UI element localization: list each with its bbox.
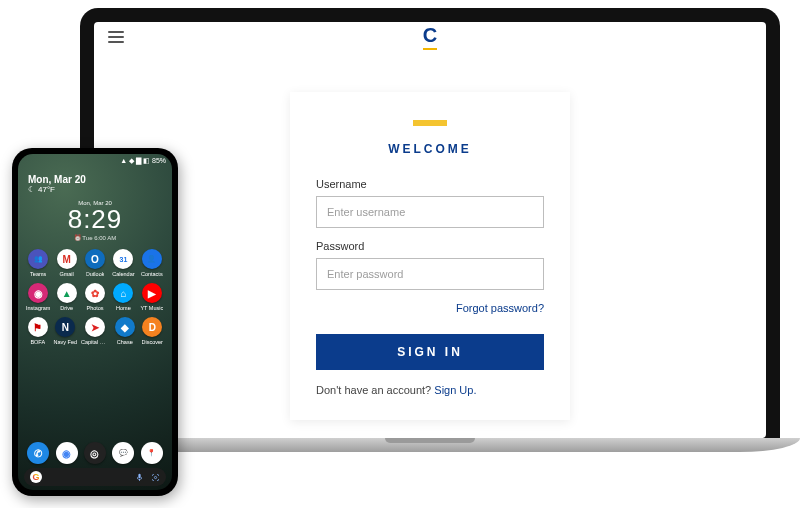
moon-icon: ☾ bbox=[28, 185, 35, 194]
app-discover[interactable]: DDiscover bbox=[141, 317, 164, 345]
app-outlook[interactable]: OOutlook bbox=[83, 249, 107, 277]
app-icon[interactable]: ✆ bbox=[27, 442, 49, 464]
temp-value: 47°F bbox=[38, 185, 55, 194]
app-icon[interactable]: ✿ bbox=[85, 283, 105, 303]
app-icon[interactable]: M bbox=[57, 249, 77, 269]
app-label: Chase bbox=[117, 339, 133, 345]
app-label: Drive bbox=[60, 305, 73, 311]
app-icon[interactable]: N bbox=[55, 317, 75, 337]
username-label: Username bbox=[316, 178, 544, 190]
app-icon[interactable]: 📍 bbox=[141, 442, 163, 464]
app-drive[interactable]: ▲Drive bbox=[54, 283, 78, 311]
password-label: Password bbox=[316, 240, 544, 252]
app-icon[interactable]: ◉ bbox=[56, 442, 78, 464]
status-icons: ▲ ◆ ▇ ◧ 85% bbox=[120, 157, 166, 165]
login-card: WELCOME Username Password Forgot passwor… bbox=[290, 92, 570, 420]
app-label: Calendar bbox=[112, 271, 134, 277]
app-icon[interactable]: 31 bbox=[113, 249, 133, 269]
app-label: Gmail bbox=[59, 271, 73, 277]
phone-screen: ▲ ◆ ▇ ◧ 85% Mon, Mar 20 ☾ 47°F Mon, Mar … bbox=[18, 154, 172, 490]
signup-row: Don't have an account? Sign Up. bbox=[316, 384, 544, 396]
app-icon[interactable]: O bbox=[85, 249, 105, 269]
mic-icon[interactable] bbox=[134, 472, 144, 482]
dock-app-camera[interactable]: ◎ bbox=[84, 442, 106, 464]
password-input[interactable] bbox=[316, 258, 544, 290]
app-chase[interactable]: ◆Chase bbox=[113, 317, 136, 345]
google-logo-icon[interactable]: G bbox=[30, 471, 42, 483]
clock-time: 8:29 bbox=[28, 206, 162, 232]
app-label: Photos bbox=[86, 305, 103, 311]
dock-app-chrome[interactable]: ◉ bbox=[56, 442, 78, 464]
app-instagram[interactable]: ◉Instagram bbox=[26, 283, 50, 311]
app-label: Home bbox=[116, 305, 131, 311]
app-navy-fed[interactable]: NNavy Fed bbox=[53, 317, 77, 345]
signup-link[interactable]: Sign Up. bbox=[434, 384, 476, 396]
accent-bar bbox=[413, 120, 447, 126]
app-icon[interactable]: ⌂ bbox=[113, 283, 133, 303]
phone-temp: ☾ 47°F bbox=[18, 185, 172, 194]
dock-app-messages[interactable]: 💬 bbox=[112, 442, 134, 464]
app-icon[interactable]: 👥 bbox=[28, 249, 48, 269]
app-calendar[interactable]: 31Calendar bbox=[111, 249, 135, 277]
login-area: WELCOME Username Password Forgot passwor… bbox=[94, 52, 766, 420]
dock-app-phone[interactable]: ✆ bbox=[27, 442, 49, 464]
app-icon[interactable]: ➤ bbox=[85, 317, 105, 337]
app-teams[interactable]: 👥Teams bbox=[26, 249, 50, 277]
dock-app-maps[interactable]: 📍 bbox=[141, 442, 163, 464]
status-bar: ▲ ◆ ▇ ◧ 85% bbox=[18, 154, 172, 168]
welcome-heading: WELCOME bbox=[316, 142, 544, 156]
app-capital-one[interactable]: ➤Capital One bbox=[81, 317, 109, 345]
svg-point-0 bbox=[154, 476, 156, 478]
laptop-screen: C WELCOME Username Password Forgot passw… bbox=[94, 22, 766, 438]
app-icon[interactable]: ▲ bbox=[57, 283, 77, 303]
hamburger-icon[interactable] bbox=[108, 31, 124, 43]
app-grid: ⚑BOFANNavy Fed➤Capital One◆ChaseDDiscove… bbox=[18, 311, 172, 345]
phone-date: Mon, Mar 20 bbox=[18, 168, 172, 185]
app-label: BOFA bbox=[30, 339, 45, 345]
phone-frame: ▲ ◆ ▇ ◧ 85% Mon, Mar 20 ☾ 47°F Mon, Mar … bbox=[12, 148, 178, 496]
laptop-frame: C WELCOME Username Password Forgot passw… bbox=[80, 8, 780, 438]
clock-widget[interactable]: Mon, Mar 20 8:29 ⏰ Tue 6:00 AM bbox=[28, 200, 162, 241]
app-icon[interactable]: ◆ bbox=[115, 317, 135, 337]
app-icon[interactable]: 💬 bbox=[112, 442, 134, 464]
signup-prompt: Don't have an account? bbox=[316, 384, 434, 396]
app-yt-music[interactable]: ▶YT Music bbox=[140, 283, 164, 311]
app-grid: 👥TeamsMGmailOOutlook31Calendar👤Contacts bbox=[18, 243, 172, 277]
app-icon[interactable]: ⚑ bbox=[28, 317, 48, 337]
app-gmail[interactable]: MGmail bbox=[54, 249, 78, 277]
clock-small-date: Mon, Mar 20 bbox=[28, 200, 162, 206]
app-label: Outlook bbox=[86, 271, 105, 277]
app-label: YT Music bbox=[140, 305, 163, 311]
signin-button[interactable]: SIGN IN bbox=[316, 334, 544, 370]
clock-alarm: ⏰ Tue 6:00 AM bbox=[28, 234, 162, 241]
forgot-row: Forgot password? bbox=[316, 298, 544, 316]
username-input[interactable] bbox=[316, 196, 544, 228]
app-label: Teams bbox=[30, 271, 46, 277]
app-icon[interactable]: ◎ bbox=[84, 442, 106, 464]
topbar: C bbox=[94, 22, 766, 52]
app-label: Capital One bbox=[81, 339, 109, 345]
app-icon[interactable]: D bbox=[142, 317, 162, 337]
search-pill[interactable]: G bbox=[24, 468, 166, 486]
app-label: Discover bbox=[142, 339, 163, 345]
app-contacts[interactable]: 👤Contacts bbox=[140, 249, 164, 277]
forgot-password-link[interactable]: Forgot password? bbox=[456, 302, 544, 314]
dock: ✆◉◎💬📍 bbox=[24, 442, 166, 464]
app-label: Navy Fed bbox=[53, 339, 77, 345]
lens-icon[interactable] bbox=[150, 472, 160, 482]
app-icon[interactable]: ▶ bbox=[142, 283, 162, 303]
app-grid: ◉Instagram▲Drive✿Photos⌂Home▶YT Music bbox=[18, 277, 172, 311]
app-icon[interactable]: 👤 bbox=[142, 249, 162, 269]
app-bofa[interactable]: ⚑BOFA bbox=[26, 317, 49, 345]
app-label: Instagram bbox=[26, 305, 50, 311]
brand-logo: C bbox=[423, 24, 437, 50]
app-icon[interactable]: ◉ bbox=[28, 283, 48, 303]
app-photos[interactable]: ✿Photos bbox=[83, 283, 107, 311]
app-label: Contacts bbox=[141, 271, 163, 277]
app-home[interactable]: ⌂Home bbox=[111, 283, 135, 311]
